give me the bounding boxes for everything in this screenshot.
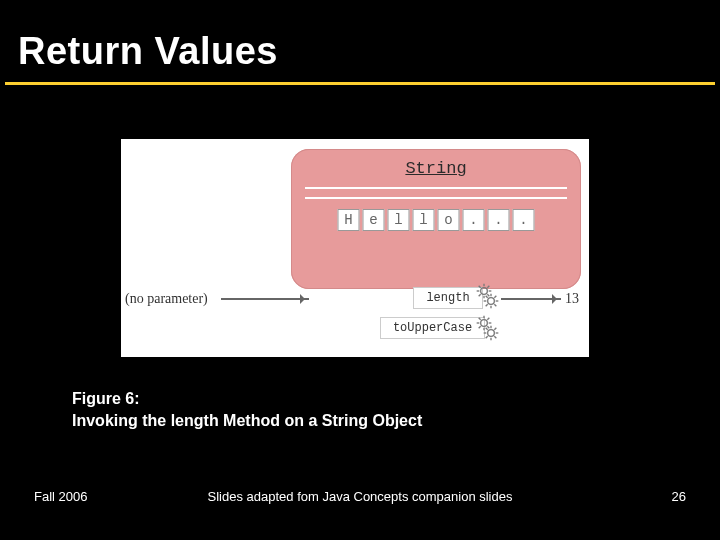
svg-point-9	[488, 298, 495, 305]
footer: Fall 2006 Slides adapted fom Java Concep…	[34, 489, 686, 504]
char-cell: .	[513, 209, 535, 231]
footer-date: Fall 2006	[34, 489, 87, 504]
panel-divider	[305, 187, 567, 189]
svg-line-17	[494, 296, 496, 298]
method-box-touppercase: toUpperCase	[380, 317, 485, 339]
result-value: 13	[565, 291, 579, 307]
class-label: String	[291, 159, 581, 178]
svg-line-14	[486, 296, 488, 298]
slide-title: Return Values	[18, 30, 278, 73]
svg-line-5	[479, 286, 481, 288]
figure-caption: Figure 6: Invoking the length Method on …	[72, 388, 422, 431]
svg-line-34	[486, 336, 488, 338]
svg-line-25	[479, 326, 481, 328]
arrow-icon	[501, 298, 561, 300]
svg-line-16	[486, 304, 488, 306]
figure: String H e l l o . . . (no parameter) 13…	[120, 138, 590, 358]
svg-line-32	[486, 328, 488, 330]
method-box-length: length	[413, 287, 483, 309]
slide: Return Values String H e l l o . . . (no…	[0, 0, 720, 540]
svg-line-7	[479, 294, 481, 296]
char-cell: l	[413, 209, 435, 231]
panel-divider	[305, 197, 567, 199]
footer-credit: Slides adapted fom Java Concepts compani…	[34, 489, 686, 504]
char-cell: e	[363, 209, 385, 231]
char-cell: .	[488, 209, 510, 231]
svg-point-27	[488, 330, 495, 337]
char-cell: l	[388, 209, 410, 231]
char-cell: .	[463, 209, 485, 231]
svg-line-33	[494, 336, 496, 338]
caption-line2: Invoking the length Method on a String O…	[72, 410, 422, 432]
svg-line-8	[487, 286, 489, 288]
caption-line1: Figure 6:	[72, 388, 422, 410]
no-parameter-label: (no parameter)	[125, 291, 208, 307]
svg-line-23	[479, 318, 481, 320]
char-cells: H e l l o . . .	[338, 209, 535, 231]
arrow-icon	[221, 298, 309, 300]
svg-line-35	[494, 328, 496, 330]
char-cell: o	[438, 209, 460, 231]
gear-icon	[483, 293, 499, 309]
svg-line-26	[487, 318, 489, 320]
title-divider	[5, 82, 715, 85]
gear-icon	[483, 325, 499, 341]
slide-number: 26	[672, 489, 686, 504]
object-panel: String H e l l o . . .	[291, 149, 581, 289]
svg-line-15	[494, 304, 496, 306]
char-cell: H	[338, 209, 360, 231]
